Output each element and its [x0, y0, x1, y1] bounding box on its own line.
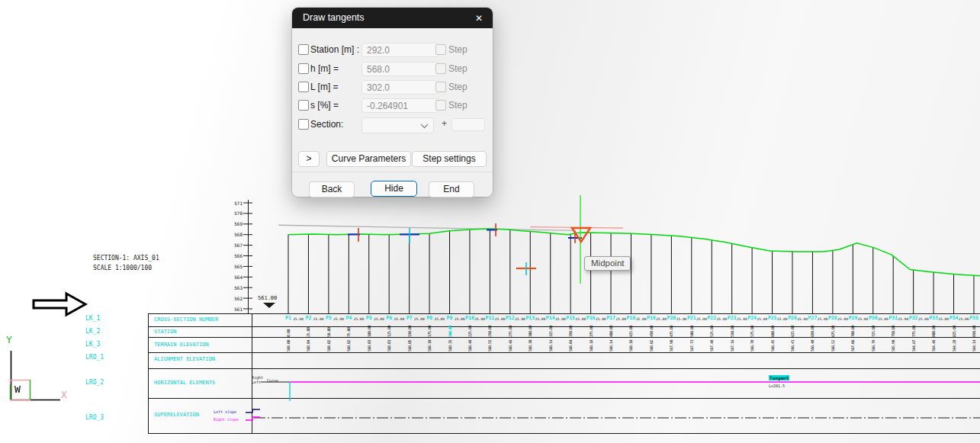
cross-section-id: P24 — [747, 315, 757, 321]
station-value: 800.00 — [931, 327, 936, 337]
station-value: 500.00 — [689, 327, 694, 337]
station-value: 850.00 — [972, 327, 976, 337]
axis-tick-label: 561 — [230, 307, 243, 312]
cross-section-id: P22 — [707, 315, 716, 321]
s-step-checkbox[interactable] — [435, 100, 446, 111]
terrain-elevation-value: 568.14 — [548, 339, 553, 352]
osnap-tooltip: Midpoint — [584, 256, 631, 271]
section-interval-label: 25.00 — [455, 317, 465, 321]
station-value: 300.00 — [528, 327, 532, 337]
s-input[interactable] — [361, 98, 439, 113]
step-settings-button[interactable]: Step settings — [412, 151, 487, 167]
section-interval-label: 25.00 — [394, 317, 405, 321]
section-interval-label: 25.00 — [474, 317, 485, 321]
section-interval-label: 25.00 — [615, 317, 626, 321]
cross-section-id: P3 — [326, 315, 332, 321]
terrain-elevation-value: 567.06 — [850, 339, 855, 352]
section-dropdown[interactable] — [361, 117, 434, 133]
station-value: 775.00 — [911, 327, 916, 337]
section-interval-label: 25.00 — [374, 317, 384, 321]
cross-section-id: P32 — [909, 315, 918, 321]
axis-tick-label: 563 — [230, 285, 243, 291]
close-icon[interactable]: ✕ — [471, 11, 487, 26]
plus-sign: + — [442, 118, 447, 129]
superelevation-legend-right: Right slope — [214, 417, 239, 422]
station-value: 150.00 — [407, 327, 412, 337]
cross-section-id: P11 — [486, 315, 495, 321]
cross-section-id: P33 — [929, 315, 938, 321]
axis-tick-label: 569 — [230, 221, 243, 226]
terrain-elevation-value: 568.35 — [448, 339, 452, 352]
dialog-title-bar[interactable]: Draw tangents ✕ — [292, 8, 493, 28]
h-label: h [m] = — [310, 63, 339, 74]
superelevation-legend-left: Left slope — [214, 409, 236, 414]
hide-button[interactable]: Hide — [371, 181, 417, 197]
h-input[interactable] — [361, 62, 439, 76]
curve-parameters-button[interactable]: Curve Parameters — [326, 151, 411, 167]
terrain-elevation-value: 566.79 — [871, 339, 876, 352]
h-step-checkbox[interactable] — [435, 63, 446, 74]
end-button[interactable]: End — [429, 181, 474, 197]
horiz-elem-curve-label: Curve — [267, 378, 278, 383]
terrain-elevation-value: 568.05 — [407, 339, 412, 352]
h-checkbox[interactable] — [298, 63, 309, 74]
cross-section-id: P31 — [888, 315, 898, 321]
row-id-lro2: LRO_2 — [85, 379, 104, 387]
s-checkbox[interactable] — [298, 100, 309, 111]
axis-tick-label: 565 — [230, 264, 243, 269]
station-value: 250.00 — [487, 327, 492, 337]
cad-viewport[interactable]: SECTION-1: AXIS_01 SCALE 1:1000/100 561.… — [0, 0, 980, 443]
section-offset-input[interactable] — [451, 118, 485, 131]
station-value: 125.00 — [387, 327, 391, 337]
terrain-elevation-value: 568.10 — [427, 339, 432, 352]
terrain-elevation-value: 566.41 — [790, 339, 795, 352]
section-interval-label: 25.00 — [354, 317, 365, 321]
terrain-elevation-value: 566.45 — [770, 339, 775, 352]
l-checkbox[interactable] — [298, 82, 309, 92]
section-interval-label: 25.00 — [293, 317, 304, 321]
section-checkbox[interactable] — [298, 119, 309, 130]
superelevation-graphics — [246, 409, 980, 420]
cross-section-id: P9 — [447, 315, 453, 321]
cross-section-id: P30 — [869, 315, 878, 321]
axis-tick-label: 570 — [230, 210, 243, 216]
cross-section-id: P21 — [687, 315, 696, 321]
axis-tick-label: 562 — [230, 296, 243, 301]
row-header-superelevation: SUPERELEVATION — [154, 412, 199, 419]
row-id-lro3: LRO_3 — [85, 414, 104, 422]
station-value: 400.00 — [609, 327, 613, 337]
cross-section-id: P28 — [828, 315, 837, 321]
cross-section-lines — [288, 229, 974, 313]
expand-button[interactable]: > — [298, 151, 320, 167]
station-input[interactable] — [361, 43, 439, 57]
station-value: 650.00 — [810, 327, 815, 337]
back-button[interactable]: Back — [309, 181, 355, 197]
cross-section-id: P10 — [465, 315, 474, 321]
section-interval-label: 25.00 — [757, 317, 768, 321]
station-value: 525.00 — [709, 327, 714, 337]
cross-section-id: P35 — [969, 315, 978, 321]
l-input[interactable] — [361, 80, 439, 95]
cross-section-id: P8 — [426, 315, 432, 321]
station-value: 450.00 — [649, 327, 654, 337]
station-value: 675.00 — [831, 327, 835, 337]
section-interval-label: 25.00 — [515, 317, 525, 321]
l-step-checkbox[interactable] — [435, 82, 446, 92]
terrain-elevation-value: 567.48 — [709, 339, 714, 352]
terrain-elevation-value: 568.02 — [346, 339, 351, 352]
terrain-elevation-value: 567.73 — [689, 339, 694, 352]
terrain-elevation-value: 568.02 — [326, 339, 331, 352]
row-header-cross-section: CROSS-SECTION NUMBER — [154, 316, 218, 323]
station-checkbox[interactable] — [298, 44, 309, 55]
station-value: 375.00 — [589, 327, 593, 337]
terrain-elevation-value: 567.90 — [669, 339, 673, 352]
scale-label: SCALE 1:1000/100 — [93, 265, 152, 272]
l-label: L [m] = — [310, 82, 339, 92]
terrain-elevation-value: 564.67 — [911, 339, 916, 352]
station-step-checkbox[interactable] — [435, 44, 446, 55]
section-interval-label: 25.00 — [676, 317, 687, 321]
station-value: 225.00 — [468, 327, 472, 337]
row-id-lk3: LK_3 — [85, 341, 100, 348]
terrain-elevation-value: 568.14 — [609, 339, 613, 352]
chevron-down-icon — [420, 124, 429, 129]
